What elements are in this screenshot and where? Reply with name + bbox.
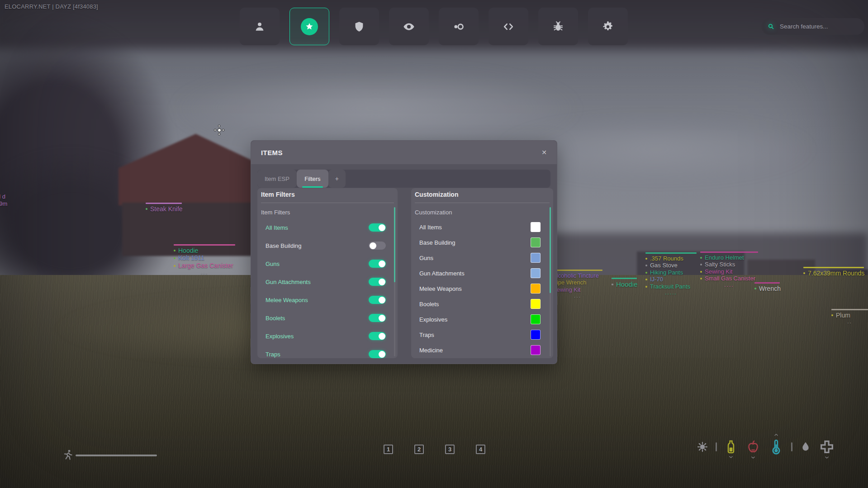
color-swatch-boolets[interactable] bbox=[531, 299, 541, 309]
color-swatch-traps[interactable] bbox=[531, 330, 541, 340]
esp-cluster: .357 RoundsGas StoveHiking PantsIJ-70Tra… bbox=[645, 252, 697, 295]
esp-item-label: Hiking Pants bbox=[645, 270, 697, 276]
person-icon bbox=[253, 20, 266, 33]
esp-cluster: Hoodie bbox=[612, 278, 638, 289]
scrollbar-thumb[interactable] bbox=[550, 207, 551, 293]
window-header[interactable]: ITEMS ✕ bbox=[251, 141, 557, 164]
color-swatch-base-building[interactable] bbox=[531, 237, 541, 247]
esp-item-label: Hoodie bbox=[174, 247, 235, 255]
filter-rows: All ItemsBase BuildingGunsGun Attachment… bbox=[257, 218, 398, 358]
toggle-explosives[interactable] bbox=[369, 332, 386, 340]
esp-item-dot bbox=[146, 208, 147, 210]
topbar-button-eye[interactable] bbox=[389, 8, 429, 45]
bug-icon bbox=[552, 20, 564, 33]
toggle-melee-weapons[interactable] bbox=[369, 296, 386, 304]
search-input[interactable] bbox=[779, 23, 861, 30]
window-tab-add[interactable]: + bbox=[328, 170, 346, 188]
section-label: Customization bbox=[415, 209, 452, 216]
toggle-gun-attachments[interactable] bbox=[369, 278, 386, 286]
esp-cluster: 7.62x39mm Rounds bbox=[803, 267, 864, 277]
filter-label: Traps bbox=[266, 351, 369, 358]
watermark: ELOCARRY.NET | DAYZ [4f34083] bbox=[5, 3, 98, 10]
esp-box-line bbox=[146, 203, 182, 204]
esp-box-line bbox=[803, 267, 864, 268]
esp-item-dot bbox=[700, 271, 702, 273]
customization-label: All Items bbox=[419, 224, 531, 231]
toggle-traps[interactable] bbox=[369, 350, 386, 358]
esp-item-label: .357 Rounds bbox=[645, 256, 697, 262]
customization-row: Traps bbox=[411, 327, 553, 342]
esp-box-line bbox=[700, 251, 758, 253]
filter-row: Boolets bbox=[257, 309, 398, 327]
toggle-base-building[interactable] bbox=[369, 242, 386, 250]
esp-item-dot bbox=[700, 264, 702, 265]
customization-row: Medicine bbox=[411, 342, 553, 358]
topbar-button-bug[interactable] bbox=[538, 8, 578, 45]
esp-item-dot bbox=[700, 257, 702, 259]
esp-item-dot bbox=[754, 288, 756, 289]
topbar-button-gear[interactable] bbox=[588, 8, 628, 45]
esp-cluster: Alcoholic TincturePipe WrenchSewing Kit.… bbox=[553, 270, 602, 298]
customization-row: Melee Weapons bbox=[411, 281, 553, 296]
esp-more-indicator: ..... bbox=[645, 290, 697, 295]
section-label: Item Filters bbox=[261, 209, 290, 216]
customization-rows: All ItemsBase BuildingGunsGun Attachment… bbox=[411, 219, 553, 358]
code-icon bbox=[502, 20, 515, 33]
esp-box-line bbox=[831, 309, 868, 310]
esp-item-label: Salty Sticks bbox=[700, 261, 758, 268]
customization-row: Base Building bbox=[411, 235, 553, 250]
color-swatch-guns[interactable] bbox=[531, 253, 541, 263]
crosshair bbox=[214, 125, 224, 135]
window-tab-filters[interactable]: Filters bbox=[297, 170, 328, 188]
filter-row: Traps bbox=[257, 345, 398, 358]
record-icon bbox=[452, 20, 465, 33]
close-button[interactable]: ✕ bbox=[541, 149, 547, 156]
topbar-button-star[interactable] bbox=[289, 8, 329, 45]
customization-label: Base Building bbox=[419, 239, 531, 246]
color-swatch-all-items[interactable] bbox=[531, 222, 541, 232]
esp-item-label: Small Gas Canister bbox=[700, 275, 758, 282]
window-tab-item-esp[interactable]: Item ESP bbox=[257, 170, 297, 188]
topbar-button-person[interactable] bbox=[240, 8, 280, 45]
esp-box-line bbox=[612, 278, 637, 279]
toggle-all-items[interactable] bbox=[369, 223, 386, 232]
color-swatch-explosives[interactable] bbox=[531, 314, 541, 324]
color-swatch-melee-weapons[interactable] bbox=[531, 284, 541, 294]
filter-label: Boolets bbox=[266, 315, 369, 322]
esp-box-line bbox=[645, 252, 697, 254]
esp-box-line bbox=[754, 282, 780, 284]
esp-item-label: Alcoholic Tincture bbox=[553, 273, 602, 280]
window-title: ITEMS bbox=[261, 149, 283, 156]
topbar-button-shield[interactable] bbox=[339, 8, 379, 45]
color-swatch-medicine[interactable] bbox=[531, 345, 541, 355]
toggle-guns[interactable] bbox=[369, 260, 386, 268]
esp-item-dot bbox=[645, 279, 647, 280]
esp-item-dot bbox=[174, 265, 175, 267]
esp-more-indicator: ... bbox=[553, 294, 602, 298]
scrollbar-thumb[interactable] bbox=[394, 207, 395, 282]
esp-item-label: ld d bbox=[0, 194, 7, 200]
topbar-button-record[interactable] bbox=[439, 8, 479, 45]
filter-row: Gun Attachments bbox=[257, 273, 398, 291]
customization-row: All Items bbox=[411, 219, 553, 235]
filter-row: All Items bbox=[257, 218, 398, 237]
search-bar bbox=[762, 18, 864, 35]
window-tabstrip: Item ESPFilters+ bbox=[257, 170, 550, 188]
filter-label: Melee Weapons bbox=[266, 297, 369, 303]
color-swatch-gun-attachments[interactable] bbox=[531, 268, 541, 278]
filter-label: Guns bbox=[266, 261, 369, 267]
esp-item-label: Kolt 1911 bbox=[174, 255, 235, 262]
customization-label: Gun Attachments bbox=[419, 270, 531, 277]
shield-icon bbox=[353, 20, 365, 33]
filter-label: Base Building bbox=[266, 242, 369, 249]
topbar-button-code[interactable] bbox=[489, 8, 528, 45]
item-filters-card: Item Filters Item Filters All ItemsBase … bbox=[257, 188, 398, 358]
esp-item-label: Hoodie bbox=[612, 281, 638, 289]
customization-row: Boolets bbox=[411, 296, 553, 312]
esp-item-label: Gas Stove bbox=[645, 262, 697, 269]
esp-item-label: Enduro Helmet bbox=[700, 255, 758, 261]
customization-label: Guns bbox=[419, 255, 531, 261]
esp-more-indicator: ... bbox=[174, 270, 235, 275]
toggle-boolets[interactable] bbox=[369, 314, 386, 322]
esp-item-dot bbox=[645, 286, 647, 288]
